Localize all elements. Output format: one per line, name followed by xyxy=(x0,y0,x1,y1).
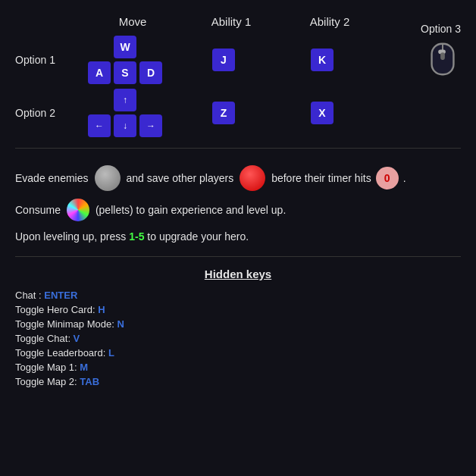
option2-label: Option 2 xyxy=(15,107,76,119)
divider1 xyxy=(15,148,461,149)
option2-row: Option 2 ↑ ← ↓ → Z X xyxy=(15,89,461,137)
option1-move-keys: W A S D xyxy=(76,36,174,84)
timer-value: 0 xyxy=(384,172,390,184)
key-binding-row: Toggle Leaderboard: L xyxy=(15,347,461,359)
evade-row: Evade enemies and save other players bef… xyxy=(15,165,461,191)
key-binding-value: N xyxy=(117,318,124,330)
hidden-keys-list: Chat : ENTERToggle Hero Card: HToggle Mi… xyxy=(15,290,461,387)
mouse-icon xyxy=(428,39,457,79)
key-binding-label: Toggle Chat: xyxy=(15,333,74,344)
key-up: ↑ xyxy=(114,89,136,111)
key-d: D xyxy=(139,61,162,84)
option3-area: Option 3 xyxy=(413,23,461,79)
key-binding-label: Chat : xyxy=(15,290,44,301)
key-binding-value: M xyxy=(80,362,88,373)
timer-circle: 0 xyxy=(376,167,399,189)
key-binding-value: V xyxy=(74,333,80,344)
player-circle xyxy=(240,165,265,191)
key-right: → xyxy=(139,114,162,137)
period-text: . xyxy=(403,172,406,184)
key-a: A xyxy=(88,61,111,84)
ability2-header: Ability 2 xyxy=(280,15,379,28)
key-left: ← xyxy=(88,114,111,137)
consume-post-text: (pellets) to gain experience and level u… xyxy=(96,204,286,216)
key-binding-label: Toggle Hero Card: xyxy=(15,304,98,315)
key-binding-label: Toggle Map 2: xyxy=(15,376,80,387)
levelup-post: to upgrade your hero. xyxy=(144,230,249,243)
evade-post2-text: before their timer hits xyxy=(271,172,371,184)
key-k: K xyxy=(311,49,334,71)
key-binding-row: Toggle Map 1: M xyxy=(15,362,461,373)
levelup-pre: Upon leveling up, press xyxy=(15,230,129,243)
key-binding-label: Toggle Leaderboard: xyxy=(15,347,108,359)
divider2 xyxy=(15,256,461,257)
enemy-circle xyxy=(95,165,121,191)
option2-ability1: Z xyxy=(174,102,273,124)
key-binding-row: Chat : ENTER xyxy=(15,290,461,301)
header-row: Move Ability 1 Ability 2 xyxy=(83,15,461,28)
hidden-keys-title: Hidden keys xyxy=(15,268,461,280)
evade-post-text: and save other players xyxy=(127,172,234,184)
levelup-keys: 1-5 xyxy=(129,230,144,243)
key-binding-label: Toggle Map 1: xyxy=(15,362,80,373)
key-binding-value: H xyxy=(98,304,105,315)
key-down: ↓ xyxy=(114,114,136,137)
option1-row: Option 1 W A S D J K xyxy=(15,36,461,84)
option1-ability2: K xyxy=(273,49,371,71)
key-binding-row: Toggle Chat: V xyxy=(15,333,461,344)
key-binding-label: Toggle Minimap Mode: xyxy=(15,318,117,330)
move-header: Move xyxy=(83,15,182,28)
key-w: W xyxy=(114,36,136,58)
key-binding-row: Toggle Hero Card: H xyxy=(15,304,461,315)
key-binding-value: TAB xyxy=(80,376,99,387)
svg-rect-3 xyxy=(440,52,445,60)
pellet-icon xyxy=(67,199,89,221)
key-x: X xyxy=(311,102,334,124)
key-binding-row: Toggle Minimap Mode: N xyxy=(15,318,461,330)
option1-ability1: J xyxy=(174,49,273,71)
levelup-row: Upon leveling up, press 1-5 to upgrade y… xyxy=(15,230,461,243)
key-z: Z xyxy=(212,102,235,124)
evade-pre-text: Evade enemies xyxy=(15,172,89,184)
description-section: Evade enemies and save other players bef… xyxy=(15,165,461,221)
key-binding-row: Toggle Map 2: TAB xyxy=(15,376,461,387)
key-binding-value: L xyxy=(108,347,114,359)
option2-ability2: X xyxy=(273,102,371,124)
ability1-header: Ability 1 xyxy=(182,15,280,28)
consume-row: Consume (pellets) to gain experience and… xyxy=(15,199,461,221)
key-j: J xyxy=(212,49,235,71)
key-s: S xyxy=(114,61,136,84)
option2-move-keys: ↑ ← ↓ → xyxy=(76,89,174,137)
option3-label: Option 3 xyxy=(421,23,461,35)
key-binding-value: ENTER xyxy=(44,290,77,301)
option1-label: Option 1 xyxy=(15,54,76,66)
consume-pre-text: Consume xyxy=(15,204,61,216)
